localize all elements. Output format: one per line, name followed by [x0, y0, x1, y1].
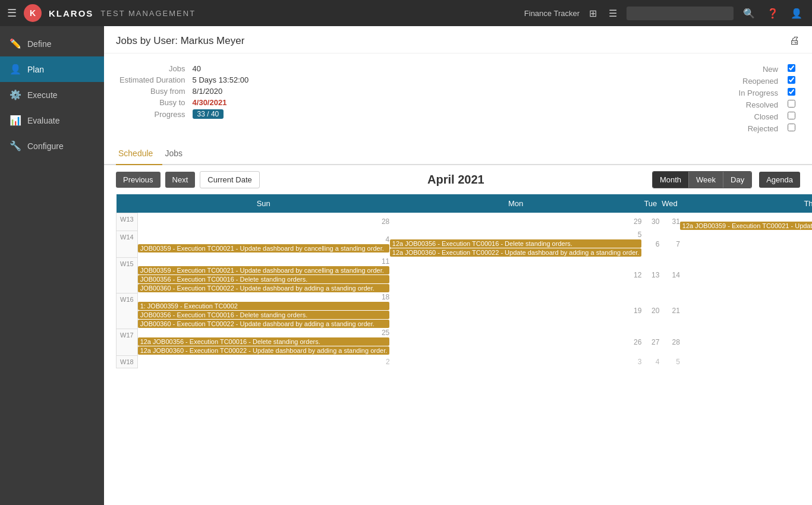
- status-resolved-check[interactable]: [788, 100, 795, 108]
- calendar-cell[interactable]: 29: [390, 213, 642, 231]
- calendar-cell[interactable]: 13: [641, 257, 659, 293]
- calendar-cell[interactable]: 512a JOB00356 - Execution TC00016 - Dele…: [390, 231, 642, 257]
- calendar-cell[interactable]: 6: [641, 231, 659, 257]
- calendar-cell[interactable]: 181: JOB00359 - Execution TC0002JOB00356…: [137, 293, 390, 329]
- tab-schedule[interactable]: Schedule: [116, 144, 162, 165]
- calendar-cell[interactable]: 112a JOB00359 - Execution TC00021 - Upda…: [680, 213, 812, 231]
- calendar-cell[interactable]: 5: [659, 355, 680, 368]
- calendar-event[interactable]: 12a JOB00356 - Execution TC00016 - Delet…: [390, 239, 642, 248]
- calendar-cell[interactable]: 2: [137, 355, 390, 368]
- hamburger-menu[interactable]: ☰: [7, 7, 17, 20]
- day-number: 6: [680, 358, 812, 366]
- calendar-event[interactable]: JOB00359 - Execution TC00021 - Update da…: [138, 266, 390, 274]
- day-number: 29: [390, 217, 642, 226]
- agenda-view-button[interactable]: Agenda: [759, 172, 800, 188]
- calendar-header-row: Sun Mon Tue Wed Thu Fri Sat: [117, 194, 813, 213]
- calendar-cell[interactable]: 26: [390, 329, 642, 355]
- calendar-event[interactable]: 12a JOB00359 - Execution TC00021 - Updat…: [680, 222, 812, 230]
- day-number: 29: [680, 338, 812, 346]
- status-rejected-check[interactable]: [788, 124, 795, 131]
- list-icon[interactable]: ☰: [606, 5, 619, 21]
- calendar-event[interactable]: 1: JOB00359 - Execution TC0002: [138, 302, 390, 310]
- day-number: 4: [641, 358, 659, 366]
- calendar-week-row: W16181: JOB00359 - Execution TC0002JOB00…: [117, 293, 813, 329]
- calendar-event[interactable]: JOB00359 - Execution TC00021 - Update da…: [138, 244, 390, 252]
- define-icon: ✏️: [10, 38, 21, 49]
- search-input[interactable]: [627, 7, 734, 20]
- status-closed-check[interactable]: [788, 112, 795, 119]
- calendar-cell[interactable]: 19: [390, 293, 642, 329]
- calendar-cell[interactable]: 2512a JOB00356 - Execution TC00016 - Del…: [137, 329, 390, 355]
- status-new-checkbox[interactable]: [783, 63, 800, 75]
- calendar-cell[interactable]: 28: [137, 213, 390, 231]
- next-button[interactable]: Next: [165, 172, 196, 188]
- calendar-week-row: W144JOB00359 - Execution TC00021 - Updat…: [117, 231, 813, 257]
- sidebar-item-plan-label: Plan: [27, 65, 44, 74]
- calendar-cell[interactable]: 20: [641, 293, 659, 329]
- grid-icon[interactable]: ⊞: [587, 5, 599, 21]
- page-title: Jobs by User: Markus Meyer: [116, 35, 244, 47]
- calendar-cell[interactable]: 12: [390, 257, 642, 293]
- info-left: Jobs 40 Estimated Duration 5 Days 13:52:…: [116, 63, 252, 134]
- day-view-button[interactable]: Day: [723, 172, 751, 188]
- sidebar-item-define[interactable]: ✏️ Define: [0, 31, 104, 56]
- current-date-button[interactable]: Current Date: [200, 171, 259, 188]
- calendar-cell[interactable]: 29: [680, 329, 812, 355]
- user-menu-icon[interactable]: 👤: [788, 5, 805, 21]
- day-number: 11: [138, 257, 390, 266]
- calendar-cell[interactable]: 31: [659, 213, 680, 231]
- info-section: Jobs 40 Estimated Duration 5 Days 13:52:…: [104, 53, 812, 144]
- sidebar-item-configure[interactable]: 🔧 Configure: [0, 133, 104, 159]
- print-button[interactable]: 🖨: [789, 34, 800, 47]
- status-inprogress-checkbox[interactable]: [783, 87, 800, 99]
- status-resolved-checkbox[interactable]: [783, 99, 800, 111]
- calendar-cell[interactable]: 3: [390, 355, 642, 368]
- sidebar-item-execute[interactable]: ⚙️ Execute: [0, 82, 104, 108]
- calendar-cell[interactable]: 22: [680, 293, 812, 329]
- calendar-cell[interactable]: 28: [659, 329, 680, 355]
- calendar-event[interactable]: JOB00356 - Execution TC00016 - Delete st…: [138, 275, 390, 283]
- calendar-cell[interactable]: 15: [680, 257, 812, 293]
- tab-bar: Schedule Jobs: [104, 144, 812, 165]
- day-number: 20: [641, 307, 659, 315]
- calendar-cell[interactable]: 30: [641, 213, 659, 231]
- search-icon[interactable]: 🔍: [741, 5, 757, 21]
- calendar-event[interactable]: JOB00360 - Execution TC00022 - Update da…: [138, 320, 390, 328]
- calendar-event[interactable]: 12a JOB00360 - Execution TC00022 - Updat…: [390, 248, 642, 257]
- day-number: 18: [138, 293, 390, 301]
- sidebar-item-plan[interactable]: 👤 Plan: [0, 56, 104, 82]
- sidebar-item-evaluate[interactable]: 📊 Evaluate: [0, 108, 104, 133]
- calendar-event[interactable]: JOB00356 - Execution TC00016 - Delete st…: [138, 311, 390, 319]
- status-reopened-checkbox[interactable]: [783, 75, 800, 87]
- week-view-button[interactable]: Week: [689, 172, 723, 188]
- view-switcher: Month Week Day: [652, 171, 752, 188]
- sidebar-item-configure-label: Configure: [27, 141, 64, 151]
- calendar-cell[interactable]: 8: [680, 231, 812, 257]
- calendar-event[interactable]: 12a JOB00360 - Execution TC00022 - Updat…: [138, 346, 390, 355]
- status-closed-checkbox[interactable]: [783, 111, 800, 122]
- help-icon[interactable]: ❓: [764, 5, 781, 21]
- calendar-event[interactable]: 12a JOB00356 - Execution TC00016 - Delet…: [138, 337, 390, 346]
- month-view-button[interactable]: Month: [653, 172, 689, 188]
- calendar-week-row: W1328293031112a JOB00359 - Execution TC0…: [117, 213, 813, 231]
- calendar-cell[interactable]: 14: [659, 257, 680, 293]
- tab-jobs[interactable]: Jobs: [162, 144, 192, 165]
- calendar-cell[interactable]: 27: [641, 329, 659, 355]
- calendar-cell[interactable]: 4: [641, 355, 659, 368]
- previous-button[interactable]: Previous: [116, 172, 160, 188]
- calendar-cell[interactable]: 21: [659, 293, 680, 329]
- calendar-cell[interactable]: 6: [680, 355, 812, 368]
- status-resolved-label: Resolved: [734, 99, 783, 111]
- week-label: W13: [117, 213, 138, 231]
- calendar-toolbar: Previous Next Current Date April 2021 Mo…: [104, 165, 812, 194]
- week-label: W16: [117, 293, 138, 329]
- status-inprogress-check[interactable]: [788, 88, 795, 96]
- status-reopened-check[interactable]: [788, 76, 795, 84]
- calendar-event[interactable]: JOB00360 - Execution TC00022 - Update da…: [138, 284, 390, 292]
- status-new-check[interactable]: [788, 64, 795, 72]
- status-rejected-checkbox[interactable]: [783, 122, 800, 134]
- calendar-cell[interactable]: 11JOB00359 - Execution TC00021 - Update …: [137, 257, 390, 293]
- day-number: 28: [138, 217, 390, 226]
- calendar-cell[interactable]: 7: [659, 231, 680, 257]
- calendar-cell[interactable]: 4JOB00359 - Execution TC00021 - Update d…: [137, 231, 390, 257]
